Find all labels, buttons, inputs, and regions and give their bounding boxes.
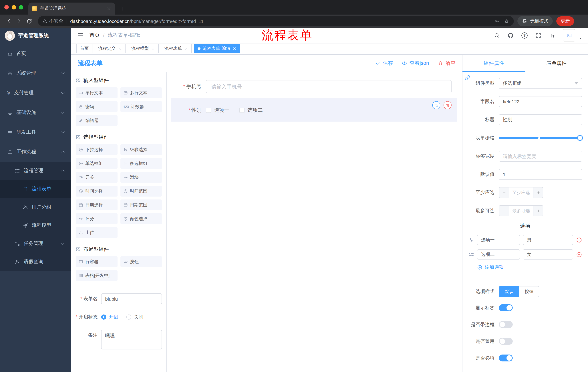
title-input[interactable] [499,114,582,125]
component-type-select[interactable]: 多选框组 [499,78,582,89]
component-single-line-text[interactable]: 单行文本 [76,87,117,98]
form-name-input[interactable] [101,293,162,304]
component-select[interactable]: 下拉选择 [76,144,117,155]
component-password[interactable]: 密码 [76,101,117,112]
stepper-minus-button[interactable] [499,187,509,198]
tag-process-definition[interactable]: 流程定义 [94,44,126,53]
bookmark-star-icon[interactable] [504,18,509,24]
min-select-input[interactable] [509,187,533,198]
fullscreen-icon[interactable] [535,32,541,38]
gender-option-1-checkbox[interactable]: 选项一 [206,107,229,114]
component-cascader[interactable]: 级联选择 [120,144,162,155]
close-window-button[interactable] [4,5,9,10]
gender-option-2-checkbox[interactable]: 选项二 [239,107,263,114]
tab-form-props[interactable]: 表单属性 [525,55,588,72]
component-row-container[interactable]: 行容器 [76,256,117,267]
component-switch[interactable]: 开关 [76,172,117,183]
sidebar-item-leave-query[interactable]: 请假查询 [0,253,71,271]
remove-option-icon[interactable] [576,251,582,257]
option-2-value-input[interactable] [523,249,573,260]
component-radio-group[interactable]: 单选框组 [76,158,117,169]
stepper-minus-button[interactable] [499,206,509,216]
component-counter[interactable]: 123 计数器 [120,101,162,112]
sidebar-item-user-group[interactable]: 用户分组 [0,198,71,216]
required-switch[interactable] [499,354,513,361]
canvas-field-phone[interactable]: 手机号 [171,80,457,93]
slider-handle[interactable] [577,135,583,141]
border-switch[interactable] [499,321,513,328]
back-button[interactable] [4,16,14,26]
tab-component-props[interactable]: 组件属性 [462,55,525,72]
stepper-plus-button[interactable] [533,187,543,198]
delete-widget-button[interactable] [443,101,452,109]
search-icon[interactable] [494,32,500,38]
style-default-button[interactable]: 默认 [499,286,519,297]
disabled-switch[interactable] [499,338,513,345]
component-date-range[interactable]: 日期范围 [120,200,162,210]
user-avatar[interactable] [563,29,575,42]
remove-option-icon[interactable] [576,237,582,243]
sidebar-item-task-mgmt[interactable]: 任务管理 [0,234,71,253]
component-table[interactable]: 表格[开发中] [76,270,117,281]
copy-widget-button[interactable] [432,101,440,109]
close-tag-icon[interactable] [232,47,237,51]
default-value-input[interactable] [499,169,582,180]
browser-menu-icon[interactable] [576,18,584,24]
component-checkbox-group[interactable]: 多选框组 [120,158,162,169]
drag-handle-icon[interactable] [468,252,474,257]
sidebar-item-process-model[interactable]: 流程模型 [0,216,71,234]
close-tag-icon[interactable] [184,47,188,51]
tag-home[interactable]: 首页 [76,44,92,53]
option-1-label-input[interactable] [477,235,520,245]
component-editor[interactable]: 编辑器 [76,115,117,126]
clear-button[interactable]: 清空 [438,60,456,66]
key-icon[interactable] [494,18,500,24]
max-select-input[interactable] [509,206,533,216]
font-size-icon[interactable] [549,32,555,38]
field-name-input[interactable] [499,96,582,107]
component-button[interactable]: 按钮 [120,256,162,267]
save-button[interactable]: 保存 [375,60,393,66]
drag-handle-icon[interactable] [468,237,474,243]
stepper-plus-button[interactable] [533,206,543,216]
github-icon[interactable] [508,32,514,38]
status-radio-on[interactable]: 开启 [101,312,118,322]
sidebar-item-infra[interactable]: 基础设施 [0,103,71,122]
remark-textarea[interactable]: 嘿嘿 [101,330,162,350]
component-date-picker[interactable]: 日期选择 [76,200,117,210]
sidebar-item-process-mgmt[interactable]: 流程管理 [0,162,71,180]
browser-tab[interactable]: 芋道管理系统 [28,2,115,15]
sidebar-item-payment[interactable]: ¥ 支付管理 [0,83,71,103]
new-tab-button[interactable] [120,6,126,12]
form-canvas[interactable]: 手机号 性别 选项一 [167,72,462,372]
view-json-button[interactable]: 查看json [402,60,429,66]
label-width-input[interactable] [499,151,582,162]
phone-input[interactable] [206,80,452,93]
component-slider[interactable]: 滑块 [120,172,162,183]
tag-process-form[interactable]: 流程表单 [161,44,192,53]
component-color-picker[interactable]: 颜色选择 [120,213,162,224]
sidebar-item-workflow[interactable]: 工作流程 [0,142,71,162]
component-upload[interactable]: 上传 [76,227,117,238]
style-button-button[interactable]: 按钮 [519,286,539,297]
sidebar-item-system[interactable]: 系统管理 [0,63,71,83]
reload-button[interactable] [24,16,34,26]
breadcrumb-home[interactable]: 首页 [90,32,100,39]
form-grid-slider[interactable] [499,132,582,143]
canvas-field-gender-selected[interactable]: 性别 选项一 选项二 [171,98,457,122]
forward-button[interactable] [14,16,24,26]
component-multi-line-text[interactable]: 多行文本 [120,87,162,98]
component-time-picker[interactable]: 时间选择 [76,186,117,197]
add-option-button[interactable]: 添加选项 [477,264,582,270]
update-button[interactable]: 更新 [556,16,574,26]
address-bar[interactable]: 不安全 dashboard.yudao.iocoder.cn /bpm/mana… [38,16,514,26]
tag-process-model[interactable]: 流程模型 [128,44,159,53]
sidebar-item-home[interactable]: 首页 [0,44,71,63]
link-icon[interactable] [464,74,471,82]
help-icon[interactable]: ? [521,32,528,38]
close-tag-icon[interactable] [151,47,155,51]
close-tag-icon[interactable] [118,47,122,51]
show-label-switch[interactable] [499,304,513,311]
close-tab-icon[interactable] [107,6,111,11]
sidebar-item-process-form[interactable]: 流程表单 [0,180,71,198]
